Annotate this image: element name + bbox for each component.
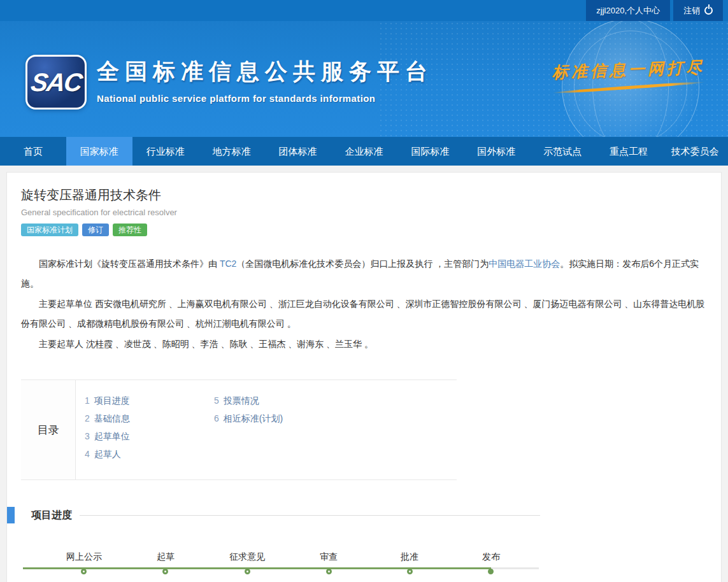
site-title-en: National public service platform for sta…: [97, 93, 433, 104]
toc-link: 相近标准(计划): [224, 413, 283, 423]
timeline-step-label: 审查: [320, 551, 338, 563]
nav-item-technical-committees[interactable]: 技术委员会: [662, 137, 728, 166]
progress-timeline: 网上公示 起草 征求意见 审查 批准 发布: [23, 532, 539, 574]
paragraph-overview: 国家标准计划《旋转变压器通用技术条件》由 TC2（全国微电机标准化技术委员会）归…: [21, 254, 707, 294]
toc-column-1: 1项目进度 2基础信息 3起草单位 4起草人: [85, 392, 214, 463]
toc-item-similar-standards[interactable]: 6相近标准(计划): [214, 409, 283, 427]
toc-num: 5: [214, 395, 219, 406]
nav-item-group-standards[interactable]: 团体标准: [265, 137, 331, 166]
site-title-cn: 全国标准信息公共服务平台: [97, 57, 433, 87]
nav-item-pilot-projects[interactable]: 示范试点: [529, 137, 596, 166]
timeline-step-public-notice: 网上公示: [66, 551, 102, 574]
section-rule: [80, 515, 540, 516]
user-center-button[interactable]: zjjl2020,个人中心: [586, 0, 670, 21]
timeline-step-comments: 征求意见: [229, 551, 265, 574]
topbar: zjjl2020,个人中心 注销: [0, 0, 728, 21]
timeline-step-publication: 发布: [482, 551, 500, 574]
nav-item-home[interactable]: 首页: [0, 137, 66, 166]
nav-item-foreign-standards[interactable]: 国外标准: [463, 137, 529, 166]
toc-num: 1: [85, 395, 90, 406]
p1-text-mid: （全国微电机标准化技术委员会）归口上报及执行 ，主管部门为: [236, 259, 489, 269]
toc-box: 目录 1项目进度 2基础信息 3起草单位 4起草人 5投票情况 6相近标准(计划…: [21, 380, 457, 480]
timeline-step-label: 征求意见: [229, 551, 265, 563]
section-title-progress: 项目进度: [31, 509, 72, 522]
timeline-step-dot: [245, 569, 250, 574]
toc-link: 起草人: [94, 449, 121, 459]
sac-logo-text: SAC: [29, 68, 83, 97]
timeline-step-label: 起草: [157, 551, 175, 563]
toc-item-progress[interactable]: 1项目进度: [85, 392, 214, 409]
timeline-step-review: 审查: [320, 551, 338, 574]
timeline-step-dot: [81, 569, 87, 574]
logout-label: 注销: [683, 5, 700, 17]
paragraph-drafters: 主要起草人 沈桂霞 、凌世茂 、陈昭明 、李浩 、陈耿 、王福杰 、谢海东 、兰…: [21, 334, 707, 354]
timeline-step-label: 网上公示: [66, 551, 102, 563]
header-banner: SAC 全国标准信息公共服务平台 National public service…: [0, 21, 728, 137]
section-heading-progress: 项目进度: [7, 507, 707, 523]
tag-recommended: 推荐性: [113, 224, 147, 236]
toc-columns: 1项目进度 2基础信息 3起草单位 4起草人 5投票情况 6相近标准(计划): [76, 380, 457, 479]
page-title: 旋转变压器通用技术条件: [21, 173, 707, 204]
toc-item-drafting-units[interactable]: 3起草单位: [85, 427, 214, 445]
tag-national-standard-plan: 国家标准计划: [21, 224, 78, 236]
timeline-step-dot: [162, 569, 168, 574]
toc-label: 目录: [21, 380, 76, 479]
toc-column-2: 5投票情况 6相近标准(计划): [214, 392, 283, 463]
content-card: 旋转变压器通用技术条件 General specification for el…: [6, 172, 722, 582]
nav-item-key-projects[interactable]: 重点工程: [596, 137, 662, 166]
timeline-step-dot: [407, 569, 413, 574]
logout-button[interactable]: 注销: [673, 0, 723, 21]
toc-num: 3: [85, 431, 90, 441]
nav-item-international-standards[interactable]: 国际标准: [397, 137, 463, 166]
site-title-block: 全国标准信息公共服务平台 National public service pla…: [97, 57, 433, 104]
p1-text-before: 国家标准计划《旋转变压器通用技术条件》由: [39, 259, 220, 269]
tag-row: 国家标准计划 修订 推荐性: [21, 224, 707, 236]
page-subtitle-en: General specification for electrical res…: [21, 208, 707, 217]
main-nav: 首页 国家标准 行业标准 地方标准 团体标准 企业标准 国际标准 国外标准 示范…: [0, 137, 728, 166]
tag-revision: 修订: [82, 224, 109, 236]
toc-item-drafters[interactable]: 4起草人: [85, 445, 214, 463]
toc-num: 6: [214, 413, 219, 423]
toc-item-voting[interactable]: 5投票情况: [214, 392, 283, 409]
timeline-step-dot: [326, 569, 332, 574]
slogan-block: 标准信息一网打尽: [552, 59, 705, 89]
user-center-label: zjjl2020,个人中心: [596, 5, 660, 17]
summary-paragraphs: 国家标准计划《旋转变压器通用技术条件》由 TC2（全国微电机标准化技术委员会）归…: [21, 254, 707, 354]
toc-link: 起草单位: [94, 431, 130, 441]
nav-item-national-standards[interactable]: 国家标准: [66, 137, 132, 166]
timeline-step-label: 发布: [482, 551, 500, 563]
tc2-link[interactable]: TC2: [220, 259, 236, 269]
toc-item-basic-info[interactable]: 2基础信息: [85, 409, 214, 427]
sac-logo[interactable]: SAC: [25, 55, 87, 110]
toc-link: 基础信息: [94, 413, 130, 423]
slogan-text: 标准信息一网打尽: [552, 57, 705, 83]
nav-item-enterprise-standards[interactable]: 企业标准: [331, 137, 397, 166]
toc-num: 2: [85, 413, 90, 423]
power-icon: [704, 6, 713, 15]
toc-link: 项目进度: [94, 395, 130, 406]
toc-num: 4: [85, 449, 90, 459]
timeline-step-approval: 批准: [401, 551, 418, 574]
timeline-step-dot: [488, 569, 494, 574]
section-bar-icon: [7, 507, 15, 523]
nav-item-industry-standards[interactable]: 行业标准: [132, 137, 199, 166]
nav-item-local-standards[interactable]: 地方标准: [199, 137, 265, 166]
association-link[interactable]: 中国电器工业协会: [489, 259, 560, 269]
timeline-step-drafting: 起草: [157, 551, 175, 574]
timeline-step-label: 批准: [401, 551, 418, 563]
paragraph-drafting-units: 主要起草单位 西安微电机研究所 、上海赢双电机有限公司 、浙江巨龙自动化设备有限…: [21, 294, 707, 334]
page-background: 旋转变压器通用技术条件 General specification for el…: [0, 166, 728, 582]
toc-link: 投票情况: [224, 395, 259, 406]
